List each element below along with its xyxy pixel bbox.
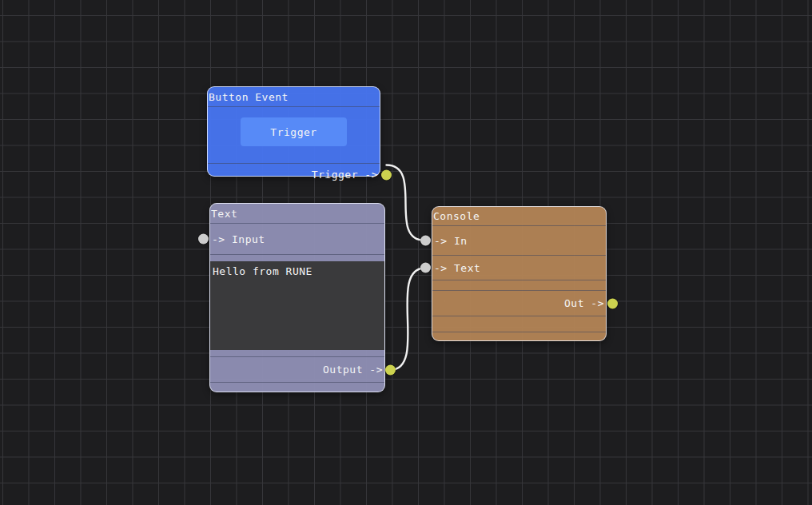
node-title: Text (211, 208, 237, 220)
connection-wires (0, 0, 812, 505)
input-row-in: -> In (432, 226, 606, 256)
output-row-out: Out -> (432, 291, 606, 316)
node-title-bar: Button Event (208, 87, 380, 107)
node-button-event[interactable]: Button Event Trigger Trigger -> (207, 86, 380, 177)
text-input-area[interactable]: Hello from RUNE (210, 261, 384, 350)
node-section-spacer (432, 332, 606, 340)
node-section-spacer (210, 350, 384, 357)
node-section-spacer (432, 280, 606, 291)
node-title-bar: Console (432, 207, 606, 226)
wire-trigger-to-in (387, 165, 425, 241)
node-section-spacer (210, 255, 384, 261)
node-control-section: Trigger (208, 117, 380, 163)
input-port-label: -> Input (212, 233, 265, 245)
node-editor-canvas[interactable]: { "theme": { "background": "#1d1d1f", "g… (0, 0, 812, 505)
node-console[interactable]: Console -> In -> Text Out -> (432, 206, 607, 341)
node-section-spacer (432, 316, 606, 332)
output-socket-output[interactable] (385, 364, 396, 375)
node-title-bar: Text (210, 204, 384, 224)
output-row-trigger: Trigger -> (208, 163, 380, 185)
input-port-label: -> In (434, 235, 468, 247)
output-port-label: Trigger -> (312, 169, 378, 181)
output-row-output: Output -> (210, 357, 384, 383)
node-text[interactable]: Text -> Input Hello from RUNE Output -> (209, 203, 385, 392)
output-port-label: Out -> (564, 297, 604, 309)
node-textarea-section: Hello from RUNE (210, 261, 384, 350)
trigger-button[interactable]: Trigger (241, 117, 347, 146)
input-row-input: -> Input (210, 224, 384, 255)
input-port-label: -> Text (434, 262, 480, 274)
output-port-label: Output -> (323, 364, 383, 376)
node-title: Console (433, 210, 480, 222)
input-socket-in[interactable] (420, 236, 431, 246)
input-socket-text[interactable] (420, 263, 431, 273)
input-socket-input[interactable] (198, 234, 209, 245)
input-row-text: -> Text (432, 256, 606, 280)
output-socket-out[interactable] (607, 298, 618, 308)
output-socket-trigger[interactable] (381, 169, 392, 180)
node-title: Button Event (209, 91, 289, 103)
node-section-spacer (210, 383, 384, 391)
wire-output-to-text (391, 268, 425, 371)
